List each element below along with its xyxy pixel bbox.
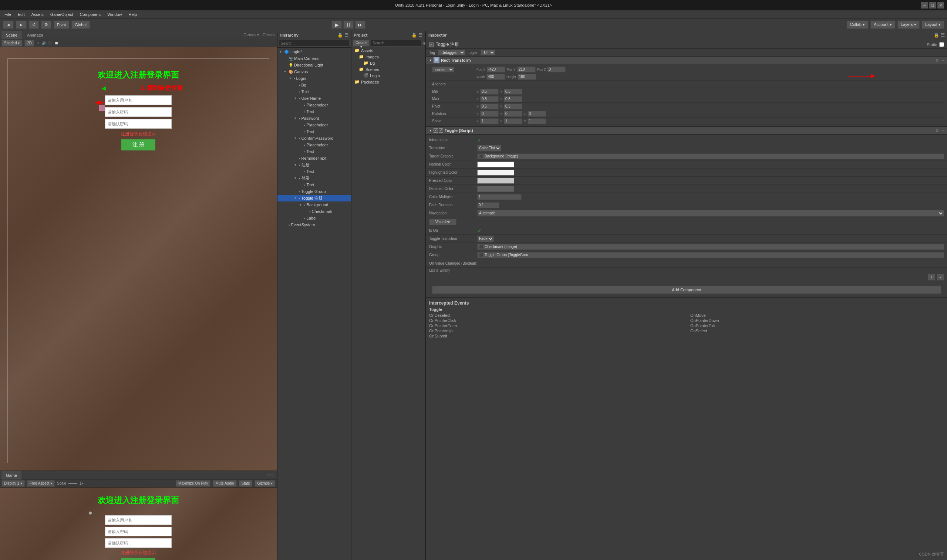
normal-color-swatch[interactable] [477, 162, 514, 168]
toggle-script-checkbox[interactable]: ✓ [433, 128, 438, 133]
rotx-input[interactable] [480, 111, 499, 117]
layout-dropdown[interactable]: Layout ▾ [922, 21, 944, 29]
step-button[interactable]: ⏭ [355, 21, 366, 29]
component-active-checkbox[interactable]: ✓ [429, 43, 433, 47]
pause-button[interactable]: ⏸ [343, 21, 354, 29]
menu-assets[interactable]: Assets [28, 11, 46, 17]
hierarchy-item-checkmark[interactable]: ▪ Checkmark [278, 208, 351, 215]
scene-username-input[interactable] [105, 95, 172, 105]
rotz-input[interactable] [527, 111, 546, 117]
group-ref[interactable]: ⬛ Toggle Group (ToggleGrou [477, 252, 944, 258]
hierarchy-item-event-system[interactable]: ▪ EventSystem [278, 222, 351, 228]
hierarchy-item-username[interactable]: ▼ ▪ UserName [278, 95, 351, 102]
toolbar-settings-btn[interactable]: ⚙ [41, 21, 51, 29]
game-username-input[interactable] [105, 515, 172, 525]
add-component-button[interactable]: Add Component [432, 286, 941, 294]
hierarchy-item-login[interactable]: ▼ ▪ Login [278, 75, 351, 82]
hierarchy-item-label[interactable]: ▪ Label [278, 215, 351, 222]
game-register-button[interactable]: 注 册 [121, 558, 155, 560]
close-button[interactable]: ✕ [938, 2, 944, 9]
hierarchy-item-canvas[interactable]: ▼ 🎨 Canvas [278, 68, 351, 75]
hierarchy-item-bg[interactable]: ▪ Bg [278, 82, 351, 88]
hierarchy-item-text-register[interactable]: ▪ Text [278, 168, 351, 175]
menu-window[interactable]: Window [104, 11, 125, 17]
toggle-script-overflow-icon[interactable]: ⋯ [940, 129, 944, 133]
project-search-input[interactable] [371, 40, 421, 46]
game-aspect-btn[interactable]: Free Aspect ▾ [27, 480, 55, 487]
maxx-input[interactable] [480, 96, 499, 102]
account-dropdown[interactable]: Account ▾ [870, 21, 895, 29]
tab-game[interactable]: Game [2, 471, 22, 479]
hierarchy-item-background[interactable]: ▼ ▪ Background [278, 202, 351, 208]
roty-input[interactable] [504, 111, 522, 117]
maxy-input[interactable] [504, 96, 522, 102]
toolbar-pivot-btn[interactable]: Pivot [54, 21, 69, 29]
rect-transform-overflow-icon[interactable]: ⋯ [940, 58, 944, 63]
posy-input[interactable] [517, 66, 536, 72]
miny-input[interactable] [504, 89, 522, 95]
visualize-button[interactable]: Visualize [429, 219, 457, 225]
posx-input[interactable] [487, 66, 505, 72]
hierarchy-item-ph-password[interactable]: ▪ Placeholder [278, 122, 351, 128]
rect-transform-section[interactable]: ▼ ⊞ Rect Transform ⚙ ⋯ [426, 56, 947, 64]
scene-register-button[interactable]: 注 册 [121, 139, 155, 151]
posz-input[interactable] [547, 66, 566, 72]
hierarchy-item-scene[interactable]: ▼ 🔷 Login* [278, 48, 351, 55]
target-graphic-ref[interactable]: ⬛ Background (Image) [477, 154, 944, 159]
toolbar-global-btn[interactable]: Global [71, 21, 90, 29]
hierarchy-item-confirm-password[interactable]: ▼ ▪ ConfirmPassword [278, 135, 351, 142]
inspector-menu-icon[interactable]: ☰ [941, 32, 945, 38]
hierarchy-item-text-username[interactable]: ▪ Text [278, 108, 351, 115]
hierarchy-item-text-password[interactable]: ▪ Text [278, 128, 351, 135]
project-images-folder[interactable]: 📁 Images [352, 54, 425, 60]
hierarchy-item-main-camera[interactable]: 📷 Main Camera [278, 55, 351, 62]
pivoty-input[interactable] [504, 103, 522, 109]
collab-dropdown[interactable]: Collab ▾ [847, 21, 868, 29]
height-input[interactable] [518, 74, 536, 80]
project-packages-folder[interactable]: 📁 Packages [352, 79, 425, 85]
hierarchy-item-text-confirm[interactable]: ▪ Text [278, 148, 351, 155]
scene-shaded-btn[interactable]: Shaded ▾ [2, 40, 22, 46]
toggle-script-edit-icon[interactable]: ⚙ [936, 129, 939, 133]
hierarchy-item-text-login[interactable]: ▪ Text [278, 88, 351, 95]
hierarchy-item-text-login-btn[interactable]: ▪ Text [278, 182, 351, 188]
menu-edit[interactable]: Edit [15, 11, 28, 17]
play-button[interactable]: ▶ [332, 21, 342, 29]
toolbar-back-btn[interactable]: ◄ [3, 21, 14, 29]
hierarchy-item-ph-username[interactable]: ▪ Placeholder [278, 102, 351, 108]
hierarchy-lock-icon[interactable]: 🔒 [337, 32, 343, 38]
menu-component[interactable]: Component [77, 11, 103, 17]
minimize-button[interactable]: ─ [921, 2, 928, 9]
hierarchy-item-reminder[interactable]: ▪ ReminderText [278, 155, 351, 162]
pivotx-input[interactable] [480, 103, 499, 109]
rect-transform-edit-icon[interactable]: ⚙ [936, 58, 939, 63]
mute-audio-btn[interactable]: Mute Audio [213, 480, 236, 487]
scalez-input[interactable] [527, 118, 546, 124]
project-menu-icon[interactable]: ☰ [418, 32, 423, 38]
anchor-preset-dropdown[interactable]: center [432, 66, 454, 72]
project-bg-folder[interactable]: 📁 Bg [352, 60, 425, 66]
hierarchy-item-toggle-group[interactable]: ▪ Toggle Group [278, 188, 351, 195]
stats-btn[interactable]: Stats [239, 480, 253, 487]
transition-dropdown[interactable]: Color Tint [477, 145, 501, 152]
tab-animator[interactable]: Animator [23, 31, 48, 39]
highlighted-color-swatch[interactable] [477, 170, 514, 175]
layer-dropdown[interactable]: UI [481, 49, 495, 55]
pressed-color-swatch[interactable] [477, 178, 514, 184]
disabled-color-swatch[interactable] [477, 186, 514, 192]
menu-help[interactable]: Help [125, 11, 140, 17]
scene-2d-btn[interactable]: 2D [25, 40, 34, 46]
maximize-button[interactable]: □ [929, 2, 936, 9]
toolbar-forward-btn[interactable]: ► [16, 21, 27, 29]
project-create-btn[interactable]: Create ▾ [353, 40, 369, 46]
project-scenes-folder[interactable]: 📁 Scenes [352, 66, 425, 72]
color-multiplier-input[interactable] [477, 194, 521, 200]
add-list-item-button[interactable]: + [928, 274, 935, 280]
fade-duration-input[interactable] [477, 202, 500, 208]
project-login-scene[interactable]: 🎬 Login [352, 72, 425, 79]
hierarchy-item-login-btn[interactable]: ▼ ▪ 登录 [278, 175, 351, 182]
minx-input[interactable] [480, 89, 499, 95]
remove-list-item-button[interactable]: - [937, 274, 944, 280]
hierarchy-item-password[interactable]: ▼ ▪ Password [278, 115, 351, 122]
scalex-input[interactable] [480, 118, 499, 124]
